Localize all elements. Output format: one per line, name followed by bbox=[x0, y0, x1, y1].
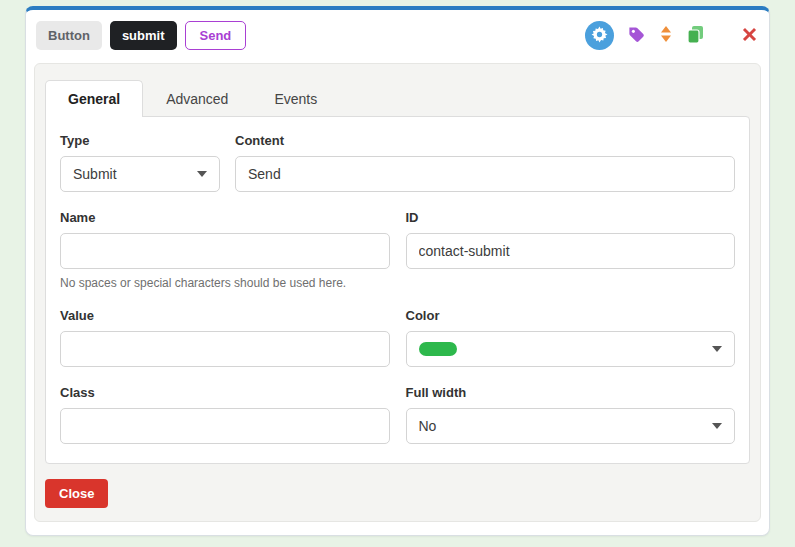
name-label: Name bbox=[60, 210, 390, 225]
duplicate-icon bbox=[686, 25, 705, 47]
content-label: Content bbox=[235, 133, 735, 148]
sort-arrows-icon bbox=[659, 25, 673, 46]
content-field: Content bbox=[235, 133, 735, 192]
toolbar: Button submit Send bbox=[26, 10, 769, 59]
id-field: ID bbox=[406, 210, 736, 269]
value-label: Value bbox=[60, 308, 390, 323]
move-button[interactable] bbox=[659, 25, 673, 46]
element-name-badge: submit bbox=[110, 21, 177, 50]
full-width-field: Full width No bbox=[406, 385, 736, 444]
class-input[interactable] bbox=[60, 408, 390, 444]
tab-bar: General Advanced Events bbox=[45, 80, 750, 117]
gear-icon bbox=[591, 26, 608, 46]
tab-advanced[interactable]: Advanced bbox=[143, 80, 251, 117]
name-input[interactable] bbox=[60, 233, 390, 269]
settings-button[interactable] bbox=[585, 21, 614, 50]
form-row-name-id: Name No spaces or special characters sho… bbox=[60, 210, 735, 290]
color-field: Color bbox=[406, 308, 736, 367]
close-x-icon bbox=[742, 27, 757, 45]
duplicate-button[interactable] bbox=[686, 25, 705, 47]
chevron-down-icon bbox=[712, 346, 722, 352]
toolbar-icons bbox=[585, 21, 757, 50]
full-width-label: Full width bbox=[406, 385, 736, 400]
type-label: Type bbox=[60, 133, 220, 148]
name-helper-text: No spaces or special characters should b… bbox=[60, 276, 390, 290]
color-select[interactable] bbox=[406, 331, 736, 367]
close-button[interactable]: Close bbox=[45, 479, 108, 508]
color-label: Color bbox=[406, 308, 736, 323]
name-field: Name No spaces or special characters sho… bbox=[60, 210, 390, 290]
tag-button[interactable] bbox=[627, 25, 646, 47]
chevron-down-icon bbox=[712, 423, 722, 429]
element-type-badge: Button bbox=[36, 21, 102, 50]
full-width-select[interactable]: No bbox=[406, 408, 736, 444]
id-label: ID bbox=[406, 210, 736, 225]
tab-general[interactable]: General bbox=[45, 80, 143, 117]
form-row-value-color: Value Color bbox=[60, 308, 735, 367]
tag-icon bbox=[627, 25, 646, 47]
id-input[interactable] bbox=[406, 233, 736, 269]
form-row-class-fullwidth: Class Full width No bbox=[60, 385, 735, 444]
type-select[interactable]: Submit bbox=[60, 156, 220, 192]
settings-panel: General Advanced Events Type Submit Cont… bbox=[34, 63, 761, 522]
element-editor-card: Button submit Send bbox=[25, 6, 770, 536]
form-row-type-content: Type Submit Content bbox=[60, 133, 735, 192]
class-field: Class bbox=[60, 385, 390, 444]
tab-events[interactable]: Events bbox=[251, 80, 340, 117]
color-swatch bbox=[419, 342, 457, 356]
class-label: Class bbox=[60, 385, 390, 400]
button-preview[interactable]: Send bbox=[185, 21, 247, 50]
value-input[interactable] bbox=[60, 331, 390, 367]
value-field: Value bbox=[60, 308, 390, 367]
remove-button[interactable] bbox=[742, 27, 757, 45]
chevron-down-icon bbox=[197, 171, 207, 177]
tab-content-general: Type Submit Content Name No spaces or sp… bbox=[45, 116, 750, 464]
content-input[interactable] bbox=[235, 156, 735, 192]
type-field: Type Submit bbox=[60, 133, 220, 192]
full-width-select-value: No bbox=[419, 418, 437, 434]
type-select-value: Submit bbox=[73, 166, 117, 182]
